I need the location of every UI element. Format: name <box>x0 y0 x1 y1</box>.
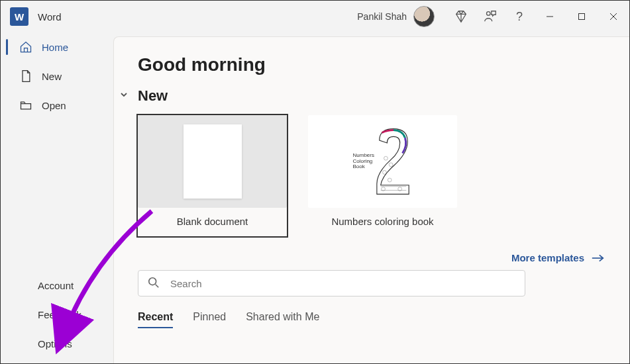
svg-point-5 <box>384 156 388 160</box>
svg-rect-2 <box>579 14 585 20</box>
recent-tabs: Recent Pinned Shared with Me <box>138 311 605 328</box>
templates-row: Blank document Numbers Coloring Book <box>138 114 605 238</box>
close-button[interactable] <box>598 3 629 30</box>
template-blank-document[interactable]: Blank document <box>138 114 287 238</box>
sidebar-item-open[interactable]: Open <box>1 91 113 120</box>
help-icon[interactable]: ? <box>505 2 534 31</box>
tab-recent[interactable]: Recent <box>138 311 173 328</box>
search-box[interactable] <box>138 270 525 296</box>
thumb-caption: Numbers Coloring Book <box>353 153 372 170</box>
arrow-right-icon <box>591 253 605 263</box>
search-icon <box>148 277 161 290</box>
svg-point-0 <box>487 12 491 16</box>
chevron-down-icon <box>119 90 131 102</box>
template-numbers-coloring-book[interactable]: Numbers Coloring Book <box>308 114 457 238</box>
sidebar-item-label: Open <box>42 100 66 111</box>
avatar[interactable] <box>413 6 435 27</box>
word-app-icon: W <box>10 7 28 26</box>
document-icon <box>19 69 32 83</box>
maximize-button[interactable] <box>566 3 598 30</box>
new-section-header[interactable]: New <box>138 87 605 105</box>
svg-point-12 <box>149 278 156 285</box>
minimize-button[interactable] <box>534 3 566 30</box>
sidebar-bottom: Account Feedback Options <box>1 271 113 363</box>
sidebar-item-label: Home <box>42 42 68 53</box>
home-icon <box>19 40 32 54</box>
template-thumbnail <box>138 115 287 208</box>
sidebar-link-options[interactable]: Options <box>1 329 113 358</box>
new-section-title: New <box>138 87 168 105</box>
page-title: Good morning <box>138 54 605 75</box>
search-input[interactable] <box>170 278 515 289</box>
folder-icon <box>19 99 32 112</box>
template-thumbnail: Numbers Coloring Book <box>308 115 457 208</box>
main-panel: Good morning New Blank document Numbers … <box>113 36 629 363</box>
svg-line-13 <box>156 285 159 288</box>
svg-point-8 <box>388 178 392 182</box>
tab-shared[interactable]: Shared with Me <box>246 311 319 328</box>
sidebar: Home New Open Account Feedback Options <box>1 32 113 363</box>
active-indicator <box>6 39 8 55</box>
diamond-icon[interactable] <box>446 2 476 31</box>
sidebar-item-label: New <box>42 71 62 82</box>
template-name: Blank document <box>177 216 248 236</box>
sidebar-item-home[interactable]: Home <box>1 32 113 62</box>
sidebar-item-new[interactable]: New <box>1 62 113 91</box>
app-title: Word <box>38 11 62 23</box>
more-templates-label: More templates <box>511 252 584 263</box>
svg-point-6 <box>389 163 393 167</box>
template-name: Numbers coloring book <box>331 216 433 236</box>
number-2-artwork <box>374 126 413 197</box>
tab-pinned[interactable]: Pinned <box>193 311 226 328</box>
title-bar: W Word Pankil Shah ? <box>1 1 629 32</box>
sidebar-link-account[interactable]: Account <box>1 271 113 300</box>
blank-page-icon <box>184 124 242 199</box>
feedback-person-icon[interactable] <box>476 2 505 31</box>
more-templates-link[interactable]: More templates <box>511 252 605 263</box>
sidebar-link-feedback[interactable]: Feedback <box>1 300 113 329</box>
user-name: Pankil Shah <box>357 11 407 22</box>
svg-point-7 <box>382 171 386 175</box>
